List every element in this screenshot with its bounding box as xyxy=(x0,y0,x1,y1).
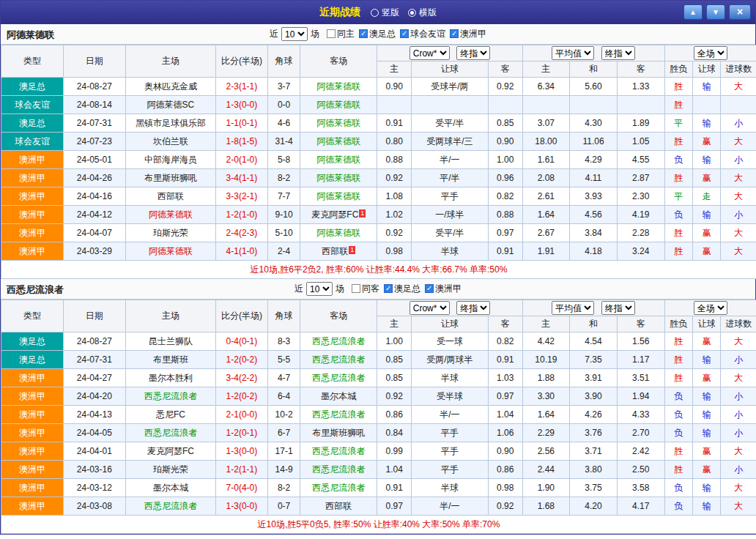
filter-checkbox-同主[interactable]: 同主 xyxy=(327,28,355,40)
average-select[interactable]: 平均值 xyxy=(552,46,594,60)
cell-handicap-result: 输 xyxy=(692,206,720,224)
cell-avg-away: 2.42 xyxy=(617,442,664,461)
sub-header-avg-home: 主 xyxy=(522,62,570,78)
cell-type: 澳洲甲 xyxy=(1,479,64,497)
layout-radio-horizontal[interactable]: 横版 xyxy=(408,7,437,19)
checkbox-input[interactable] xyxy=(352,284,360,293)
layout-radio-vertical[interactable]: 竖版 xyxy=(371,7,399,19)
filter-checkbox-澳洲甲[interactable]: 澳洲甲 xyxy=(425,283,462,295)
close-icon: × xyxy=(737,6,743,18)
cell-handicap-result: 赢 xyxy=(692,442,720,461)
cell-odds-away: 0.88 xyxy=(489,206,523,224)
cell-handicap: 平手 xyxy=(411,461,488,479)
avg-stage-select[interactable]: 终指 xyxy=(601,301,635,315)
checkbox-input[interactable] xyxy=(327,29,336,38)
checkbox-input[interactable] xyxy=(425,284,434,293)
cell-date: 24-04-13 xyxy=(63,406,125,424)
cell-odds-home: 0.99 xyxy=(377,442,411,461)
cell-odds-away: 0.96 xyxy=(489,169,523,187)
scroll-up-button[interactable]: ▲ xyxy=(683,4,703,20)
checkbox-label: 澳洲甲 xyxy=(460,28,486,40)
cell-odds-home: 0.84 xyxy=(377,424,411,442)
cell-avg-draw: 5.60 xyxy=(570,78,618,96)
cell-score: 0-4(0-1) xyxy=(216,332,268,351)
cell-avg-away: 1.05 xyxy=(617,133,664,151)
cell-corner: 6-7 xyxy=(267,424,300,442)
cell-avg-away: 2.50 xyxy=(617,461,664,479)
cell-home: 布里斯班 xyxy=(125,351,215,369)
cell-avg-away: 1.56 xyxy=(617,332,664,351)
bookmaker-select[interactable]: Crow* xyxy=(410,46,450,60)
recent-results-panel: 近期战绩 竖版横版 ▲ ▼ × 阿德莱德联 近 10 场 同主澳足总球会友谊澳洲… xyxy=(0,0,756,535)
cell-avg-away: 1.17 xyxy=(617,351,664,369)
checkbox-input[interactable] xyxy=(400,29,409,38)
checkbox-input[interactable] xyxy=(359,29,368,38)
cell-handicap-result: 赢 xyxy=(692,169,720,187)
cell-handicap: 平/半 xyxy=(411,169,488,187)
cell-score: 1-1(0-1) xyxy=(216,114,268,133)
cell-date: 24-04-05 xyxy=(63,424,125,442)
avg-stage-select[interactable]: 终指 xyxy=(601,46,635,60)
cell-avg-home: 2.44 xyxy=(522,461,570,479)
cell-odds-away: 0.82 xyxy=(489,187,523,206)
cell-avg-away: 3.58 xyxy=(617,479,664,497)
cell-handicap-result: 输 xyxy=(692,151,720,169)
cell-avg-away: 4.55 xyxy=(617,151,664,169)
radio-input[interactable] xyxy=(408,9,416,17)
checkbox-input[interactable] xyxy=(450,29,459,38)
cell-type: 澳足总 xyxy=(1,78,64,96)
average-select[interactable]: 平均值 xyxy=(552,301,594,315)
cell-avg-draw: 3.93 xyxy=(570,187,618,206)
filter-checkbox-澳洲甲[interactable]: 澳洲甲 xyxy=(450,28,486,40)
cell-corner: 0-0 xyxy=(267,96,300,114)
cell-type: 球会友谊 xyxy=(1,96,64,114)
cell-corner: 3-7 xyxy=(267,78,300,96)
scope-select[interactable]: 全场 xyxy=(694,46,727,60)
cell-away: 西悉尼流浪者 xyxy=(300,461,377,479)
match-row: 澳洲甲24-03-29阿德莱德联4-1(1-0)2-4西部联10.98半球0.9… xyxy=(1,242,756,261)
cell-avg-home: 2.61 xyxy=(522,187,570,206)
bookmaker-select[interactable]: Crow* xyxy=(410,301,450,315)
filter-checkbox-澳足总[interactable]: 澳足总 xyxy=(384,283,420,295)
filter-checkbox-澳足总[interactable]: 澳足总 xyxy=(359,28,396,40)
cell-avg-home: 6.34 xyxy=(522,78,570,96)
cell-score: 1-2(0-2) xyxy=(216,387,268,406)
cell-score: 3-4(2-2) xyxy=(216,369,268,387)
cell-home: 墨尔本胜利 xyxy=(125,369,215,387)
match-count-select[interactable]: 10 xyxy=(306,282,333,296)
cell-handicap: 一/球半 xyxy=(411,206,488,224)
cell-score: 1-2(0-2) xyxy=(216,351,268,369)
scope-select[interactable]: 全场 xyxy=(694,301,727,315)
close-button[interactable]: × xyxy=(729,4,751,20)
cell-type: 澳洲甲 xyxy=(1,387,64,406)
cell-avg-away: 3.51 xyxy=(617,369,664,387)
odds-stage-select[interactable]: 终指 xyxy=(456,46,490,60)
match-count-select[interactable]: 10 xyxy=(281,27,308,41)
average-header-cell: 平均值 终指 xyxy=(522,45,664,62)
cell-score: 2-0(1-0) xyxy=(216,151,268,169)
cell-type: 澳洲甲 xyxy=(1,406,64,424)
filter-checkbox-球会友谊[interactable]: 球会友谊 xyxy=(400,28,445,40)
match-row: 澳洲甲24-03-16珀斯光荣1-2(1-1)14-9西悉尼流浪者1.04平手0… xyxy=(1,461,756,479)
cell-score: 2-3(1-1) xyxy=(216,78,268,96)
odds-stage-select[interactable]: 终指 xyxy=(456,301,490,315)
checkbox-label: 澳洲甲 xyxy=(435,283,462,295)
cell-date: 24-03-12 xyxy=(63,479,125,497)
cell-avg-home: 4.42 xyxy=(522,332,570,351)
cell-avg-home: 3.07 xyxy=(522,114,570,133)
sub-header-avg-away: 客 xyxy=(617,316,664,332)
radio-input[interactable] xyxy=(371,9,379,17)
cell-handicap: 受一球 xyxy=(411,332,488,351)
cell-odds-away: 1.00 xyxy=(489,151,523,169)
checkbox-input[interactable] xyxy=(384,284,393,293)
scroll-down-button[interactable]: ▼ xyxy=(706,4,725,20)
cell-handicap-result: 输 xyxy=(692,78,720,96)
cell-goals: 小 xyxy=(721,151,756,169)
cell-corner: 7-7 xyxy=(267,187,300,206)
cell-odds-away: 1.03 xyxy=(489,369,523,387)
filter-checkbox-同客[interactable]: 同客 xyxy=(352,283,379,295)
cell-corner: 8-3 xyxy=(267,332,300,351)
cell-avg-away: 2.87 xyxy=(617,169,664,187)
cell-type: 澳洲甲 xyxy=(1,442,64,461)
col-header-date: 日期 xyxy=(63,45,125,78)
